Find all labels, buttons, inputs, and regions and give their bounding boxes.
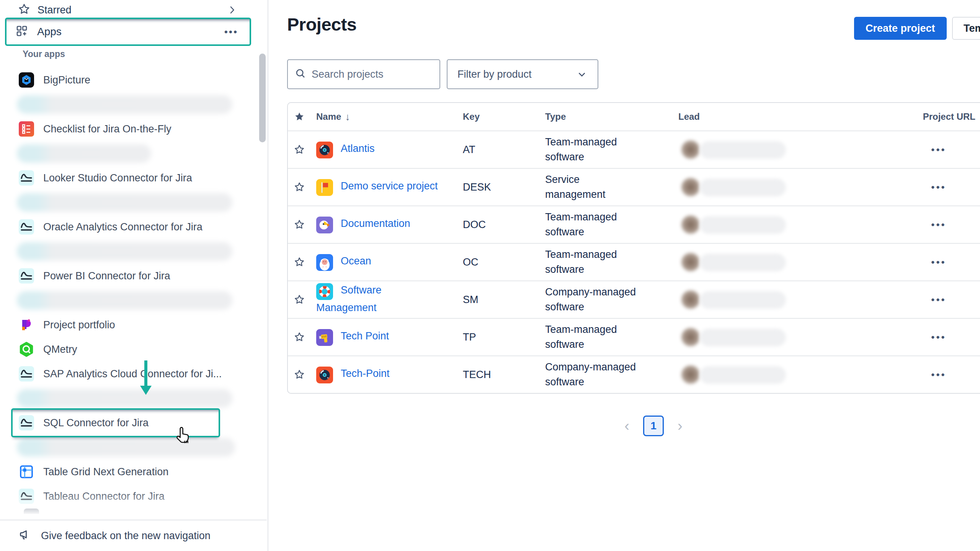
redacted-app-item [0,435,268,460]
row-actions-button[interactable]: ••• [928,142,949,158]
jira-projects-page: Starred Apps ••• Your apps BigPictureChe… [0,0,980,551]
lead-redacted [678,326,889,348]
app-label: QMetry [43,344,77,355]
sidebar-item-app[interactable]: Looker Studio Connector for Jira [0,166,268,190]
sidebar-item-app[interactable]: QMetry [0,337,268,362]
sidebar-item-app[interactable]: Power BI Connector for Jira [0,264,268,288]
redacted-app-item [0,92,268,117]
sidebar-item-app[interactable]: Project portfolio [0,313,268,337]
project-key: DOC [458,217,541,232]
chart-icon [19,489,34,504]
lead-column-header[interactable]: Lead [675,111,889,122]
project-url-column-header[interactable]: Project URL [889,111,980,122]
project-key: TECH [458,367,541,382]
redacted-app-item [0,141,268,166]
vinyl-project-avatar [316,142,333,158]
sidebar-item-app[interactable]: SAP Analytics Cloud Connector for Ji... [0,362,268,386]
redacted-app-item [0,288,268,313]
star-project-button[interactable] [292,180,306,194]
project-name-link[interactable]: Documentation [341,218,410,229]
star-project-button[interactable] [292,330,306,344]
chevron-right-icon[interactable] [226,4,238,16]
flag-project-avatar [316,179,333,196]
sidebar-item-app[interactable]: Tableau Connector for Jira [0,484,268,509]
project-type: Team-managed software [545,247,639,277]
lead-redacted [678,176,889,198]
templates-button[interactable]: Templates [952,17,980,40]
star-project-button[interactable] [292,368,306,381]
search-projects-input[interactable] [312,68,433,80]
project-name-link[interactable]: Tech-Point [341,368,390,379]
lead-redacted [678,289,889,310]
redacted-app-item [0,190,268,215]
chart-icon [19,415,34,430]
row-actions-button[interactable]: ••• [928,329,949,345]
star-project-button[interactable] [292,143,306,156]
app-label: SAP Analytics Cloud Connector for Ji... [43,368,222,380]
project-name-link[interactable]: Tech Point [341,330,389,342]
sidebar-item-app[interactable]: BigPicture [0,68,268,92]
previous-page-button[interactable]: ‹ [622,419,632,433]
project-type: Company-managed software [545,360,639,390]
project-key: TP [458,330,541,345]
next-page-button[interactable]: › [675,419,685,433]
create-project-button[interactable]: Create project [854,17,947,40]
type-column-header[interactable]: Type [541,111,675,122]
filter-by-product-dropdown[interactable]: Filter by product [447,59,598,89]
project-search [287,59,440,89]
redacted-app-item [0,239,268,264]
your-apps-list: BigPictureChecklist for Jira On-the-FlyL… [0,68,268,533]
row-actions-button[interactable]: ••• [928,217,949,233]
avatar [681,365,700,384]
lead-redacted [678,139,889,160]
app-label: Looker Studio Connector for Jira [43,172,192,184]
project-name-link[interactable]: Ocean [341,255,371,267]
key-column-header[interactable]: Key [458,111,541,122]
redacted-app-item [0,386,268,411]
row-actions-button[interactable]: ••• [928,179,949,195]
app-label: Checklist for Jira On-the-Fly [43,123,172,135]
tablegrid-icon [19,464,34,479]
table-row: Software ManagementSMCompany-managed sof… [288,280,980,318]
project-type: Service management [545,172,639,202]
project-type: Team-managed software [545,322,639,352]
feedback-link[interactable]: Give feedback on the new navigation [0,520,267,551]
row-actions-button[interactable]: ••• [928,367,949,383]
starred-label: Starred [38,4,72,16]
project-key: AT [458,142,541,157]
more-options-icon[interactable]: ••• [224,27,238,37]
search-icon [295,68,306,81]
chart-icon [19,268,34,284]
star-outline-icon [18,3,31,17]
table-row: DocumentationDOCTeam-managed software••• [288,205,980,243]
chart-icon [19,219,34,235]
current-page-button[interactable]: 1 [643,416,664,436]
sidebar-item-app[interactable]: Table Grid Next Generation [0,460,268,484]
star-project-button[interactable] [292,293,306,306]
star-project-button[interactable] [292,255,306,269]
sidebar-scrollbar[interactable] [259,54,266,142]
table-row: Demo service projectDESKService manageme… [288,168,980,205]
project-key: OC [458,255,541,270]
star-filled-icon [294,111,305,122]
sidebar-item-app[interactable]: Checklist for Jira On-the-Fly [0,117,268,141]
sidebar-item-starred[interactable]: Starred [0,0,268,20]
avatar [681,328,700,346]
lifebuoy-project-avatar [316,283,333,300]
star-column-header[interactable] [288,111,311,122]
row-actions-button[interactable]: ••• [928,292,949,308]
row-actions-button[interactable]: ••• [928,254,949,270]
avatar [681,290,700,309]
project-name-link[interactable]: Demo service project [341,180,438,192]
parrot-project-avatar [316,217,333,233]
pagination: ‹ 1 › [303,416,980,436]
apps-label: Apps [37,26,62,38]
name-column-header[interactable]: Name ↓ [311,111,458,123]
megaphone-icon [19,528,33,543]
chart-icon [19,170,34,186]
sort-descending-icon: ↓ [345,111,350,123]
sidebar-item-apps[interactable]: Apps ••• [5,18,251,46]
star-project-button[interactable] [292,218,306,231]
sidebar-item-app[interactable]: Oracle Analytics Connector for Jira [0,215,268,239]
project-name-link[interactable]: Atlantis [341,143,375,154]
